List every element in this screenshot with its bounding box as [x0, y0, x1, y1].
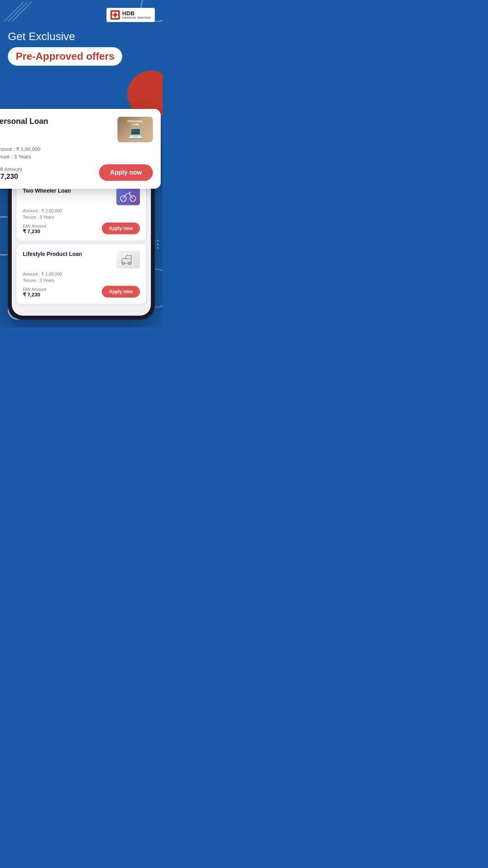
two-wheeler-header: Two Wheeler Loan	[23, 188, 140, 205]
floating-personal-loan-card: Personal Loan PERSONALLOAN 💻 Amount : ₹ …	[0, 109, 161, 189]
floating-card-header: Personal Loan PERSONALLOAN 💻	[0, 117, 153, 142]
lifestyle-amount: Amount : ₹ 2,00,000	[23, 272, 140, 277]
brand-name: HDB FINANCIAL SERVICES	[122, 11, 151, 19]
logo-container: HDB FINANCIAL SERVICES	[8, 8, 155, 22]
header: HDB FINANCIAL SERVICES Get Exclusive Pre…	[0, 0, 163, 81]
floating-apply-button[interactable]: Apply now	[99, 164, 153, 181]
floating-tenure-label: Tenure : 3 Years	[0, 154, 153, 160]
lifestyle-footer: EMI Amount ₹ 7,230 Apply now	[23, 286, 140, 298]
floating-emi-amount: ₹ 7,230	[0, 172, 22, 181]
laptop-icon: 💻	[128, 125, 143, 139]
floating-emi-info: EMI Amount ₹ 7,230	[0, 166, 22, 181]
two-wheeler-tenure: Tenure : 3 Years	[23, 215, 140, 219]
lifestyle-header: Lifestyle Product Loan	[23, 251, 140, 268]
lifestyle-tenure: Tenure : 3 Years	[23, 278, 140, 283]
lifestyle-title: Lifestyle Product Loan	[23, 251, 82, 257]
two-wheeler-loan-card: Two Wheeler Loan Amount : ₹ 2,00,000 Ten…	[17, 181, 146, 241]
lifestyle-emi-amount: ₹ 7,230	[23, 292, 46, 298]
badge-text: Pre-Approved offers	[16, 50, 114, 62]
lifestyle-image	[116, 251, 140, 268]
two-wheeler-footer: EMI Amount ₹ 7,230 Apply now	[23, 223, 140, 234]
pre-approved-badge: Pre-Approved offers	[8, 47, 122, 66]
two-wheeler-emi-info: EMI Amount ₹ 7,230	[23, 224, 46, 234]
logo-icon	[110, 10, 120, 20]
lifestyle-apply-button[interactable]: Apply now	[102, 286, 140, 298]
floating-card-title: Personal Loan	[0, 117, 48, 126]
personal-loan-image: PERSONALLOAN 💻	[117, 117, 153, 142]
floating-amount-label: Amount : ₹ 2,00,000	[0, 146, 153, 152]
two-wheeler-emi-amount: ₹ 7,230	[23, 228, 46, 234]
brand-logo: HDB FINANCIAL SERVICES	[106, 8, 155, 22]
two-wheeler-amount: Amount : ₹ 2,00,000	[23, 208, 140, 213]
lifestyle-emi-label: EMI Amount	[23, 287, 46, 292]
lifestyle-loan-card: Lifestyle Product Loan Amount : ₹ 2,00,0…	[17, 245, 146, 304]
two-wheeler-image	[116, 188, 140, 205]
svg-rect-7	[114, 13, 117, 17]
phone-section: Personal Loan PERSONALLOAN 💻 Amount : ₹ …	[8, 121, 155, 320]
hero-headline: Get Exclusive	[8, 30, 155, 43]
svg-rect-14	[122, 259, 131, 263]
floating-emi-label: EMI Amount	[0, 166, 22, 172]
two-wheeler-emi-label: EMI Amount	[23, 224, 46, 228]
lifestyle-emi-info: EMI Amount ₹ 7,230	[23, 287, 46, 298]
loan-image-label: PERSONALLOAN	[128, 120, 143, 127]
floating-card-footer: EMI Amount ₹ 7,230 Apply now	[0, 164, 153, 181]
two-wheeler-apply-button[interactable]: Apply now	[102, 223, 140, 234]
